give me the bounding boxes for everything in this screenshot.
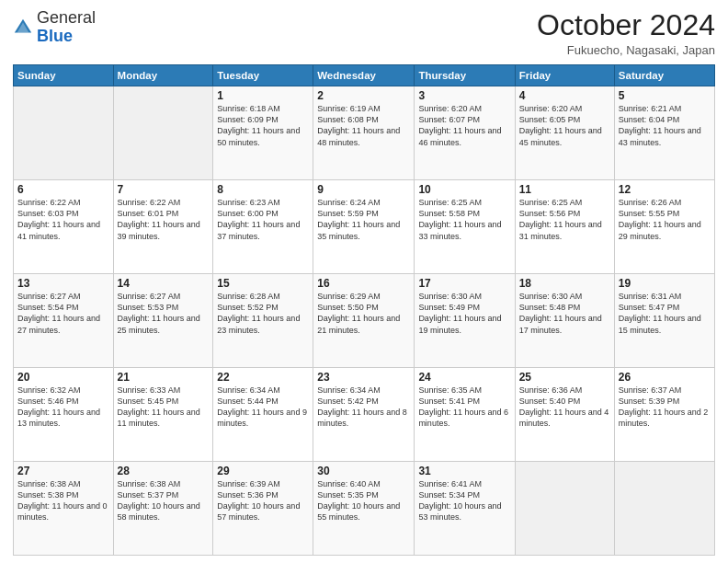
calendar-week-4: 20Sunrise: 6:32 AMSunset: 5:46 PMDayligh… (14, 368, 715, 462)
day-info: Sunrise: 6:27 AMSunset: 5:54 PMDaylight:… (17, 291, 109, 336)
day-info: Sunrise: 6:28 AMSunset: 5:52 PMDaylight:… (217, 291, 309, 336)
month-title: October 2024 (537, 9, 715, 41)
calendar-cell: 10Sunrise: 6:25 AMSunset: 5:58 PMDayligh… (415, 180, 515, 274)
calendar-week-1: 1Sunrise: 6:18 AMSunset: 6:09 PMDaylight… (14, 86, 715, 180)
calendar-cell: 11Sunrise: 6:25 AMSunset: 5:56 PMDayligh… (515, 180, 614, 274)
day-number: 16 (317, 277, 410, 290)
calendar-cell: 6Sunrise: 6:22 AMSunset: 6:03 PMDaylight… (14, 180, 114, 274)
day-number: 10 (418, 183, 510, 196)
day-info: Sunrise: 6:20 AMSunset: 6:07 PMDaylight:… (418, 103, 510, 148)
weekday-header-sunday: Sunday (14, 65, 114, 86)
day-info: Sunrise: 6:35 AMSunset: 5:41 PMDaylight:… (418, 385, 510, 430)
day-number: 19 (619, 277, 711, 290)
day-number: 17 (418, 277, 510, 290)
day-info: Sunrise: 6:19 AMSunset: 6:08 PMDaylight:… (317, 103, 410, 148)
calendar-week-5: 27Sunrise: 6:38 AMSunset: 5:38 PMDayligh… (14, 462, 715, 556)
weekday-header-friday: Friday (515, 65, 614, 86)
day-info: Sunrise: 6:24 AMSunset: 5:59 PMDaylight:… (317, 197, 410, 242)
calendar-cell: 30Sunrise: 6:40 AMSunset: 5:35 PMDayligh… (313, 462, 415, 556)
day-info: Sunrise: 6:31 AMSunset: 5:47 PMDaylight:… (619, 291, 711, 336)
calendar-cell: 12Sunrise: 6:26 AMSunset: 5:55 PMDayligh… (614, 180, 714, 274)
weekday-header-monday: Monday (113, 65, 213, 86)
day-info: Sunrise: 6:25 AMSunset: 5:58 PMDaylight:… (418, 197, 510, 242)
day-info: Sunrise: 6:18 AMSunset: 6:09 PMDaylight:… (217, 103, 309, 148)
weekday-header-row: SundayMondayTuesdayWednesdayThursdayFrid… (14, 65, 715, 86)
day-number: 21 (118, 371, 210, 384)
day-info: Sunrise: 6:22 AMSunset: 6:01 PMDaylight:… (118, 197, 210, 242)
calendar-cell: 23Sunrise: 6:34 AMSunset: 5:42 PMDayligh… (313, 368, 415, 462)
day-number: 3 (418, 89, 510, 102)
day-info: Sunrise: 6:30 AMSunset: 5:49 PMDaylight:… (418, 291, 510, 336)
logo: General Blue (13, 9, 96, 46)
day-number: 18 (519, 277, 610, 290)
calendar-cell: 7Sunrise: 6:22 AMSunset: 6:01 PMDaylight… (113, 180, 213, 274)
day-info: Sunrise: 6:40 AMSunset: 5:35 PMDaylight:… (317, 478, 410, 523)
day-number: 24 (418, 371, 510, 384)
calendar-cell: 25Sunrise: 6:36 AMSunset: 5:40 PMDayligh… (515, 368, 614, 462)
day-info: Sunrise: 6:26 AMSunset: 5:55 PMDaylight:… (619, 197, 711, 242)
day-info: Sunrise: 6:37 AMSunset: 5:39 PMDaylight:… (619, 385, 711, 430)
calendar-week-2: 6Sunrise: 6:22 AMSunset: 6:03 PMDaylight… (14, 180, 715, 274)
day-number: 27 (17, 465, 109, 477)
day-info: Sunrise: 6:27 AMSunset: 5:53 PMDaylight:… (118, 291, 210, 336)
day-info: Sunrise: 6:36 AMSunset: 5:40 PMDaylight:… (519, 385, 610, 430)
calendar-cell: 27Sunrise: 6:38 AMSunset: 5:38 PMDayligh… (14, 462, 114, 556)
calendar-cell: 21Sunrise: 6:33 AMSunset: 5:45 PMDayligh… (113, 368, 213, 462)
day-number: 4 (519, 89, 610, 102)
calendar-cell: 4Sunrise: 6:20 AMSunset: 6:05 PMDaylight… (515, 86, 614, 180)
day-number: 15 (217, 277, 309, 290)
day-info: Sunrise: 6:38 AMSunset: 5:37 PMDaylight:… (118, 478, 210, 523)
calendar-cell: 15Sunrise: 6:28 AMSunset: 5:52 PMDayligh… (213, 274, 313, 368)
calendar-cell: 16Sunrise: 6:29 AMSunset: 5:50 PMDayligh… (313, 274, 415, 368)
day-number: 7 (118, 183, 210, 196)
day-info: Sunrise: 6:34 AMSunset: 5:42 PMDaylight:… (317, 385, 410, 430)
location-text: Fukuecho, Nagasaki, Japan (537, 43, 715, 57)
day-info: Sunrise: 6:34 AMSunset: 5:44 PMDaylight:… (217, 385, 309, 430)
day-info: Sunrise: 6:38 AMSunset: 5:38 PMDaylight:… (17, 478, 109, 523)
logo-icon (13, 17, 33, 38)
logo-general-text: General (37, 8, 96, 27)
day-info: Sunrise: 6:29 AMSunset: 5:50 PMDaylight:… (317, 291, 410, 336)
day-number: 31 (418, 465, 510, 477)
calendar-cell: 3Sunrise: 6:20 AMSunset: 6:07 PMDaylight… (415, 86, 515, 180)
day-number: 11 (519, 183, 610, 196)
logo-blue-text: Blue (37, 27, 73, 45)
calendar-cell (14, 86, 114, 180)
weekday-header-saturday: Saturday (614, 65, 714, 86)
calendar-cell (113, 86, 213, 180)
day-info: Sunrise: 6:21 AMSunset: 6:04 PMDaylight:… (619, 103, 711, 148)
calendar-cell: 17Sunrise: 6:30 AMSunset: 5:49 PMDayligh… (415, 274, 515, 368)
calendar-cell: 5Sunrise: 6:21 AMSunset: 6:04 PMDaylight… (614, 86, 714, 180)
day-number: 8 (217, 183, 309, 196)
day-info: Sunrise: 6:23 AMSunset: 6:00 PMDaylight:… (217, 197, 309, 242)
calendar-cell: 31Sunrise: 6:41 AMSunset: 5:34 PMDayligh… (415, 462, 515, 556)
calendar-cell: 19Sunrise: 6:31 AMSunset: 5:47 PMDayligh… (614, 274, 714, 368)
calendar-cell: 18Sunrise: 6:30 AMSunset: 5:48 PMDayligh… (515, 274, 614, 368)
day-number: 12 (619, 183, 711, 196)
calendar-cell: 28Sunrise: 6:38 AMSunset: 5:37 PMDayligh… (113, 462, 213, 556)
day-number: 6 (17, 183, 109, 196)
day-number: 22 (217, 371, 309, 384)
day-number: 29 (217, 465, 309, 477)
weekday-header-tuesday: Tuesday (213, 65, 313, 86)
day-info: Sunrise: 6:41 AMSunset: 5:34 PMDaylight:… (418, 478, 510, 523)
day-info: Sunrise: 6:32 AMSunset: 5:46 PMDaylight:… (17, 385, 109, 430)
calendar-body: 1Sunrise: 6:18 AMSunset: 6:09 PMDaylight… (14, 86, 715, 556)
day-info: Sunrise: 6:33 AMSunset: 5:45 PMDaylight:… (118, 385, 210, 430)
day-number: 30 (317, 465, 410, 477)
calendar-cell: 8Sunrise: 6:23 AMSunset: 6:00 PMDaylight… (213, 180, 313, 274)
day-info: Sunrise: 6:20 AMSunset: 6:05 PMDaylight:… (519, 103, 610, 148)
calendar-cell: 9Sunrise: 6:24 AMSunset: 5:59 PMDaylight… (313, 180, 415, 274)
day-number: 9 (317, 183, 410, 196)
page-header: General Blue October 2024 Fukuecho, Naga… (13, 9, 715, 57)
day-number: 2 (317, 89, 410, 102)
weekday-header-wednesday: Wednesday (313, 65, 415, 86)
calendar-cell: 2Sunrise: 6:19 AMSunset: 6:08 PMDaylight… (313, 86, 415, 180)
day-info: Sunrise: 6:39 AMSunset: 5:36 PMDaylight:… (217, 478, 309, 523)
calendar-cell (614, 462, 714, 556)
day-number: 28 (118, 465, 210, 477)
day-number: 1 (217, 89, 309, 102)
calendar-cell: 14Sunrise: 6:27 AMSunset: 5:53 PMDayligh… (113, 274, 213, 368)
weekday-header-thursday: Thursday (415, 65, 515, 86)
day-number: 20 (17, 371, 109, 384)
